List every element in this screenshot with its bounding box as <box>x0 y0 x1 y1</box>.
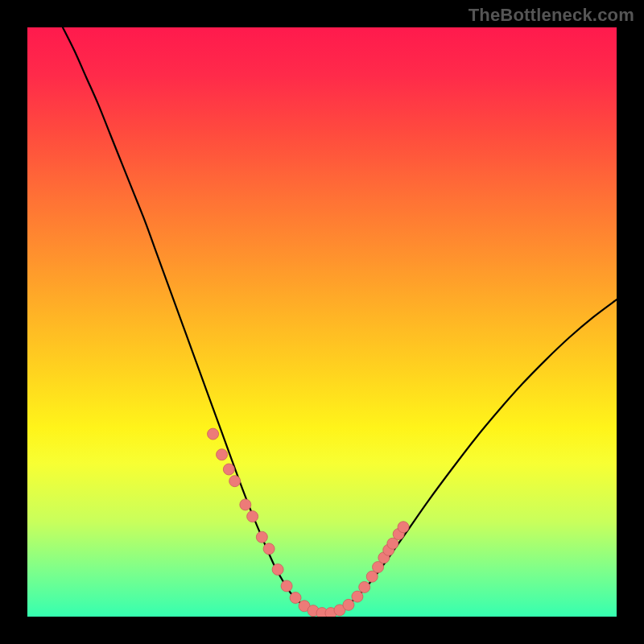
sample-point <box>208 428 219 440</box>
chart-frame: TheBottleneck.com <box>0 0 644 644</box>
plot-svg <box>27 27 617 617</box>
sample-point <box>343 599 354 610</box>
sample-point <box>247 511 258 522</box>
sample-point <box>398 522 409 533</box>
bottleneck-curve <box>63 27 617 614</box>
sample-point <box>290 592 301 604</box>
sample-point <box>352 591 363 602</box>
sample-point <box>281 580 292 592</box>
sample-point <box>256 531 267 543</box>
sample-point <box>229 476 241 487</box>
sample-point <box>217 449 228 460</box>
sample-point <box>272 564 283 575</box>
sample-point <box>359 581 370 592</box>
plot-area <box>27 27 617 617</box>
sample-point <box>263 543 275 555</box>
sample-point <box>240 499 251 510</box>
watermark-text: TheBottleneck.com <box>469 5 634 26</box>
sample-point <box>223 464 234 475</box>
